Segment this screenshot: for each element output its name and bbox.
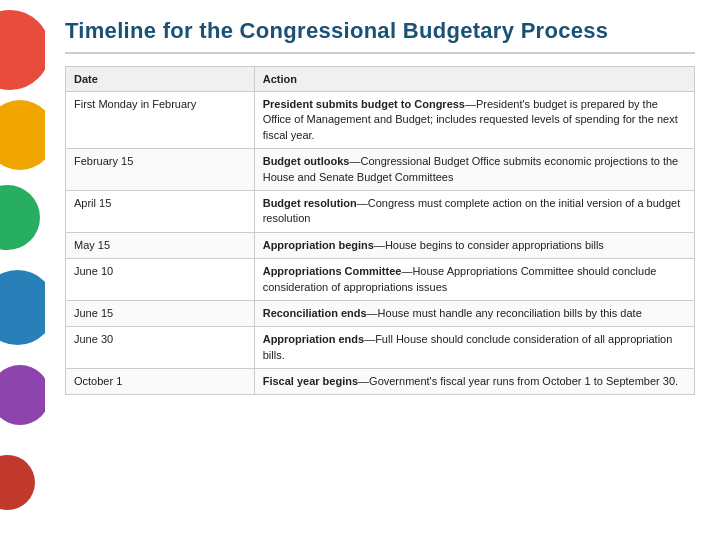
circle-5: [0, 365, 45, 425]
table-row: June 30Appropriation ends—Full House sho…: [66, 327, 695, 369]
table-cell-action: Budget outlooks—Congressional Budget Off…: [254, 149, 694, 191]
circle-4: [0, 270, 45, 345]
table-cell-date: May 15: [66, 232, 255, 258]
left-decoration: [0, 0, 45, 540]
col-header-action: Action: [254, 67, 694, 92]
table-row: October 1Fiscal year begins—Government's…: [66, 369, 695, 395]
table-cell-date: First Monday in February: [66, 92, 255, 149]
table-row: April 15Budget resolution—Congress must …: [66, 190, 695, 232]
page-title: Timeline for the Congressional Budgetary…: [65, 18, 695, 44]
circle-3: [0, 185, 40, 250]
table-row: June 10Appropriations Committee—House Ap…: [66, 259, 695, 301]
table-cell-date: June 10: [66, 259, 255, 301]
table-cell-date: June 30: [66, 327, 255, 369]
table-row: May 15Appropriation begins—House begins …: [66, 232, 695, 258]
title-divider: [65, 52, 695, 54]
table-cell-date: February 15: [66, 149, 255, 191]
table-cell-action: Fiscal year begins—Government's fiscal y…: [254, 369, 694, 395]
table-cell-action: Reconciliation ends—House must handle an…: [254, 300, 694, 326]
circle-2: [0, 100, 45, 170]
table-cell-date: April 15: [66, 190, 255, 232]
table-cell-action: Appropriation ends—Full House should con…: [254, 327, 694, 369]
circle-1: [0, 10, 45, 90]
table-row: June 15Reconciliation ends—House must ha…: [66, 300, 695, 326]
table-cell-date: October 1: [66, 369, 255, 395]
table-cell-action: Budget resolution—Congress must complete…: [254, 190, 694, 232]
table-row: February 15Budget outlooks—Congressional…: [66, 149, 695, 191]
timeline-table: Date Action First Monday in FebruaryPres…: [65, 66, 695, 395]
circle-6: [0, 455, 35, 510]
col-header-date: Date: [66, 67, 255, 92]
main-content: Timeline for the Congressional Budgetary…: [45, 0, 720, 540]
table-cell-action: Appropriation begins—House begins to con…: [254, 232, 694, 258]
table-cell-action: President submits budget to Congress—Pre…: [254, 92, 694, 149]
table-row: First Monday in FebruaryPresident submit…: [66, 92, 695, 149]
table-cell-date: June 15: [66, 300, 255, 326]
table-cell-action: Appropriations Committee—House Appropria…: [254, 259, 694, 301]
table-header-row: Date Action: [66, 67, 695, 92]
